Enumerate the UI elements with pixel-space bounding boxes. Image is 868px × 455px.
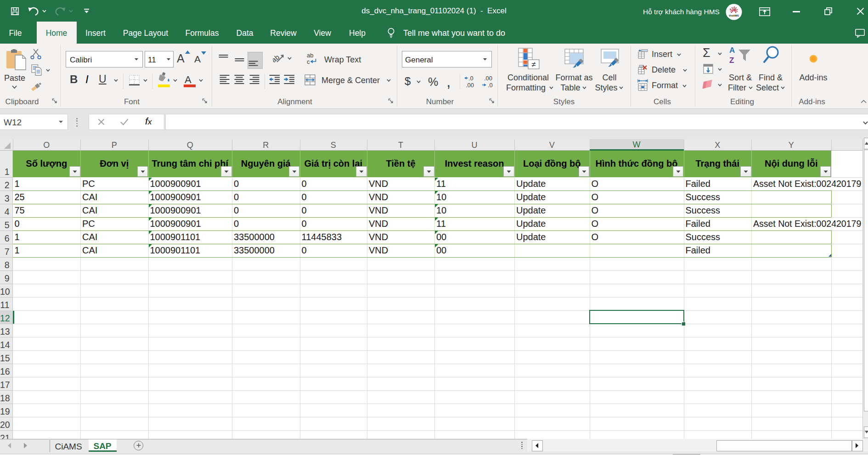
- svg-text:A: A: [729, 46, 735, 55]
- svg-text:ab: ab: [307, 52, 313, 59]
- svg-text:c: c: [307, 58, 310, 65]
- svg-text:VinHMS: VinHMS: [729, 14, 739, 17]
- svg-text:Z: Z: [729, 56, 734, 65]
- svg-text:ab: ab: [273, 53, 281, 64]
- svg-text:≠: ≠: [531, 60, 535, 69]
